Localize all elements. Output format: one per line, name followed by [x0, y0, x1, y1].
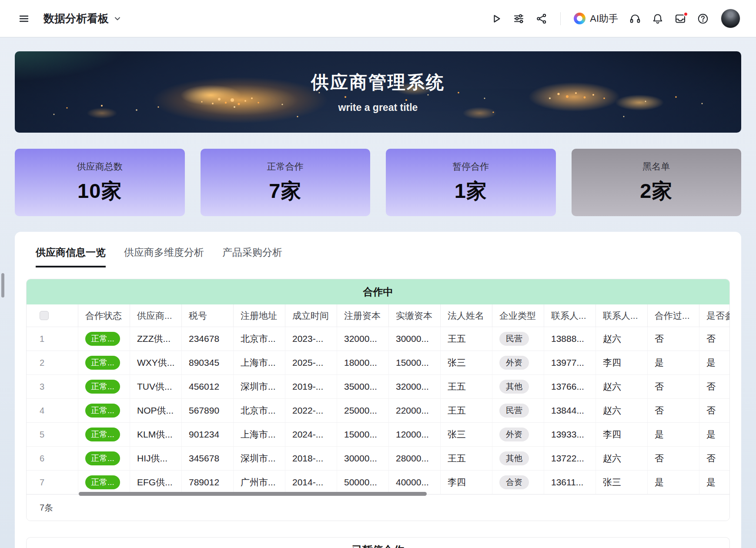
cell-status[interactable]: 正常... — [78, 471, 130, 494]
cell-founded[interactable]: 2024-... — [285, 423, 337, 446]
column-header-supplier[interactable]: 供应商... — [130, 304, 182, 327]
cell-contact-phone[interactable]: 13611... — [544, 471, 596, 494]
help-icon[interactable] — [694, 10, 712, 28]
column-header-paid-capital[interactable]: 实缴资本 — [389, 304, 441, 327]
table-row[interactable]: 2 正常... WXY供... 890345 上海市... 2025-... 1… — [27, 351, 729, 375]
cell-supplier[interactable]: ZZZ供... — [130, 327, 182, 351]
share-icon[interactable] — [532, 10, 551, 28]
user-avatar[interactable] — [721, 9, 740, 28]
cell-founded[interactable]: 2022-... — [285, 399, 337, 422]
cell-supplier[interactable]: EFG供... — [130, 471, 182, 494]
cell-tax-no[interactable]: 901234 — [182, 423, 234, 446]
cell-participate[interactable]: 是 — [699, 351, 730, 374]
tab-supplier-multidimensional-analysis[interactable]: 供应商多维度分析 — [124, 246, 204, 267]
table-row[interactable]: 5 正常... KLM供... 901234 上海市... 2024-... 1… — [27, 423, 729, 447]
cell-reg-capital[interactable]: 30000... — [337, 447, 389, 470]
cell-contact-phone[interactable]: 13977... — [544, 351, 596, 374]
cell-legal-name[interactable]: 张三 — [441, 423, 492, 446]
page-scrollbar[interactable] — [1, 273, 4, 297]
cell-company-type[interactable]: 民营 — [492, 327, 544, 351]
cell-legal-name[interactable]: 王五 — [441, 399, 492, 422]
cell-legal-name[interactable]: 李四 — [441, 471, 492, 494]
cell-supplier[interactable]: KLM供... — [130, 423, 182, 446]
cell-paid-capital[interactable]: 32000... — [389, 375, 441, 398]
column-header-reg-address[interactable]: 注册地址 — [234, 304, 285, 327]
tab-supplier-overview[interactable]: 供应商信息一览 — [36, 246, 106, 267]
cell-tax-no[interactable]: 789012 — [182, 471, 234, 494]
table-row[interactable]: 3 正常... TUV供... 456012 深圳市... 2019-... 3… — [27, 375, 729, 399]
cell-company-type[interactable]: 外资 — [492, 423, 544, 446]
column-header-founded[interactable]: 成立时间 — [285, 304, 337, 327]
cell-founded[interactable]: 2023-... — [285, 327, 337, 351]
column-header-contact-phone[interactable]: 联系人... — [544, 304, 596, 327]
cell-company-type[interactable]: 合资 — [492, 471, 544, 494]
cell-coop-history[interactable]: 是 — [648, 351, 699, 374]
table-row[interactable]: 6 正常... HIJ供... 345678 深圳市... 2018-... 3… — [27, 447, 729, 471]
cell-tax-no[interactable]: 456012 — [182, 375, 234, 398]
cell-reg-capital[interactable]: 50000... — [337, 471, 389, 494]
run-icon[interactable] — [487, 10, 505, 28]
cell-founded[interactable]: 2025-... — [285, 351, 337, 374]
cell-paid-capital[interactable]: 22000... — [389, 399, 441, 422]
cell-legal-name[interactable]: 王五 — [441, 327, 492, 351]
column-header-legal-name[interactable]: 法人姓名 — [441, 304, 492, 327]
cell-participate[interactable]: 否 — [699, 399, 730, 422]
cell-company-type[interactable]: 其他 — [492, 447, 544, 470]
cell-founded[interactable]: 2014-... — [285, 471, 337, 494]
cell-reg-address[interactable]: 上海市... — [234, 351, 285, 374]
table-row[interactable]: 7 正常... EFG供... 789012 广州市... 2014-... 5… — [27, 471, 729, 495]
cell-tax-no[interactable]: 234678 — [182, 327, 234, 351]
cell-participate[interactable]: 是 — [699, 471, 730, 494]
cell-coop-history[interactable]: 否 — [648, 327, 699, 351]
cell-status[interactable]: 正常... — [78, 423, 130, 446]
column-header-coop-history[interactable]: 合作过... — [648, 304, 699, 327]
cell-reg-address[interactable]: 北京市... — [234, 327, 285, 351]
cell-participate[interactable]: 是 — [699, 423, 730, 446]
cell-paid-capital[interactable]: 28000... — [389, 447, 441, 470]
cell-tax-no[interactable]: 345678 — [182, 447, 234, 470]
column-header-contact-name[interactable]: 联系人... — [596, 304, 648, 327]
headset-icon[interactable] — [626, 10, 644, 28]
cell-coop-history[interactable]: 否 — [648, 375, 699, 398]
cell-reg-capital[interactable]: 15000... — [337, 423, 389, 446]
cell-paid-capital[interactable]: 30000... — [389, 327, 441, 351]
select-all-checkbox[interactable] — [40, 311, 49, 320]
cell-paid-capital[interactable]: 40000... — [389, 471, 441, 494]
inbox-icon[interactable] — [671, 10, 689, 28]
cell-reg-capital[interactable]: 35000... — [337, 375, 389, 398]
cell-status[interactable]: 正常... — [78, 399, 130, 422]
cell-founded[interactable]: 2019-... — [285, 375, 337, 398]
cell-contact-phone[interactable]: 13766... — [544, 375, 596, 398]
cell-legal-name[interactable]: 王五 — [441, 375, 492, 398]
cell-paid-capital[interactable]: 15000... — [389, 351, 441, 374]
cell-reg-address[interactable]: 深圳市... — [234, 375, 285, 398]
menu-icon[interactable] — [15, 10, 33, 28]
cell-supplier[interactable]: TUV供... — [130, 375, 182, 398]
cell-tax-no[interactable]: 567890 — [182, 399, 234, 422]
cell-supplier[interactable]: HIJ供... — [130, 447, 182, 470]
cell-reg-address[interactable]: 上海市... — [234, 423, 285, 446]
cell-contact-name[interactable]: 李四 — [596, 351, 648, 374]
cell-reg-capital[interactable]: 32000... — [337, 327, 389, 351]
cell-reg-capital[interactable]: 25000... — [337, 399, 389, 422]
cell-contact-phone[interactable]: 13933... — [544, 423, 596, 446]
dashboard-title-switcher[interactable]: 数据分析看板 — [43, 11, 122, 26]
cell-status[interactable]: 正常... — [78, 375, 130, 398]
column-header-company-type[interactable]: 企业类型 — [492, 304, 544, 327]
cell-company-type[interactable]: 其他 — [492, 375, 544, 398]
cell-reg-capital[interactable]: 18000... — [337, 351, 389, 374]
column-header-participate[interactable]: 是否参 — [699, 304, 730, 327]
cell-reg-address[interactable]: 深圳市... — [234, 447, 285, 470]
cell-status[interactable]: 正常... — [78, 351, 130, 374]
cell-reg-address[interactable]: 广州市... — [234, 471, 285, 494]
cell-participate[interactable]: 否 — [699, 375, 730, 398]
cell-supplier[interactable]: WXY供... — [130, 351, 182, 374]
cell-contact-phone[interactable]: 13722... — [544, 447, 596, 470]
cell-paid-capital[interactable]: 12000... — [389, 423, 441, 446]
cell-contact-name[interactable]: 赵六 — [596, 375, 648, 398]
cell-legal-name[interactable]: 张三 — [441, 351, 492, 374]
notification-icon[interactable] — [649, 10, 667, 28]
cell-coop-history[interactable]: 否 — [648, 399, 699, 422]
cell-contact-name[interactable]: 赵六 — [596, 399, 648, 422]
tab-product-procurement-analysis[interactable]: 产品采购分析 — [222, 246, 282, 267]
